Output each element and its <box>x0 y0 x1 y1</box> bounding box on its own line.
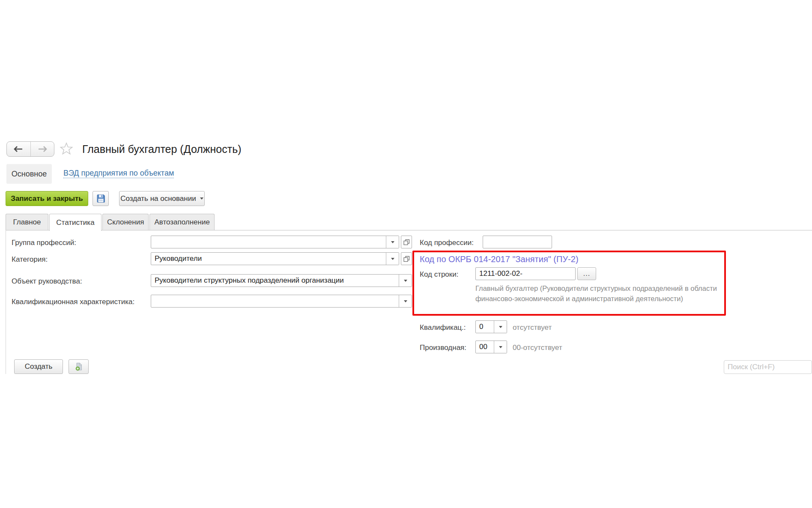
form-tabs: Главное Статистика Склонения Автозаполне… <box>6 214 215 230</box>
star-icon <box>60 142 73 155</box>
management-object-field[interactable]: Руководители структурных подразделений о… <box>151 274 412 287</box>
panel-left-border <box>6 230 6 374</box>
create-button[interactable]: Создать <box>14 359 63 374</box>
chevron-down-icon[interactable] <box>386 253 399 265</box>
category-label: Категория: <box>12 255 48 264</box>
create-based-on-button[interactable]: Создать на основании <box>119 191 205 206</box>
forward-button[interactable] <box>30 142 54 156</box>
save-and-close-button[interactable]: Записать и закрыть <box>6 191 88 206</box>
back-arrow-icon <box>14 146 23 152</box>
category-field[interactable]: Руководители <box>151 252 399 265</box>
line-code-input[interactable] <box>475 267 576 280</box>
okrb-section-title: Код по ОКРБ 014-2017 "Занятия" (ПУ-2) <box>420 254 579 264</box>
tab-sklonenija[interactable]: Склонения <box>102 214 149 230</box>
chevron-down-icon <box>200 197 203 200</box>
panel-top-border <box>6 230 812 230</box>
profession-code-input[interactable] <box>483 236 552 248</box>
chevron-down-icon[interactable] <box>494 321 507 333</box>
chevron-down-icon[interactable] <box>386 236 399 248</box>
tab-glavnoe[interactable]: Главное <box>6 214 48 230</box>
profession-group-label: Группа профессий: <box>12 239 76 247</box>
profession-code-label: Код профессии: <box>420 239 474 247</box>
document-plus-icon <box>75 362 83 371</box>
derivative-hint: 00-отсутствует <box>513 344 562 352</box>
qualification-characteristic-field[interactable] <box>151 295 412 308</box>
qualification-hint: отсутствует <box>513 323 552 332</box>
open-in-form-icon <box>403 239 410 245</box>
profession-group-field[interactable] <box>151 236 399 248</box>
qualification-characteristic-value <box>151 295 399 307</box>
save-button[interactable] <box>93 191 109 206</box>
favorite-button[interactable] <box>60 142 73 155</box>
qualification-value: 0 <box>476 321 494 333</box>
history-nav-group <box>6 141 54 157</box>
tab-avtozapolnenie[interactable]: Автозаполнение <box>149 214 215 230</box>
chevron-down-icon[interactable] <box>399 275 412 287</box>
tab-statistika[interactable]: Статистика <box>49 214 102 231</box>
profession-group-open-button[interactable] <box>401 236 412 248</box>
search-input[interactable] <box>724 360 812 374</box>
open-in-form-icon <box>403 256 410 262</box>
management-object-value: Руководители структурных подразделений о… <box>151 275 399 287</box>
back-button[interactable] <box>7 142 30 156</box>
page-title: Главный бухгалтер (Должность) <box>82 141 242 157</box>
forward-arrow-icon <box>38 146 47 152</box>
create-group-button[interactable] <box>69 359 89 374</box>
qualification-field[interactable]: 0 <box>475 320 507 333</box>
line-code-label: Код строки: <box>420 270 458 279</box>
derivative-label: Производная: <box>420 344 466 352</box>
derivative-field[interactable]: 00 <box>475 341 507 353</box>
line-code-description: Главный бухгалтер (Руководители структур… <box>475 283 723 304</box>
category-value: Руководители <box>151 253 386 265</box>
position-form-window: Главный бухгалтер (Должность) Основное В… <box>0 0 812 508</box>
chevron-down-icon[interactable] <box>494 341 507 353</box>
line-code-select-button[interactable]: ... <box>577 267 596 280</box>
create-based-on-label: Создать на основании <box>120 194 196 203</box>
floppy-disk-icon <box>96 194 105 203</box>
nav-item-main[interactable]: Основное <box>6 164 52 184</box>
nav-link-ved[interactable]: ВЭД предприятия по объектам <box>63 169 174 178</box>
qualification-characteristic-label: Квалификационная характеристика: <box>12 298 134 306</box>
profession-group-value <box>151 236 386 248</box>
management-object-label: Объект руководства: <box>12 277 82 286</box>
category-open-button[interactable] <box>401 252 412 265</box>
chevron-down-icon[interactable] <box>399 295 412 307</box>
qualification-label: Квалификац.: <box>420 323 466 332</box>
derivative-value: 00 <box>476 341 494 353</box>
